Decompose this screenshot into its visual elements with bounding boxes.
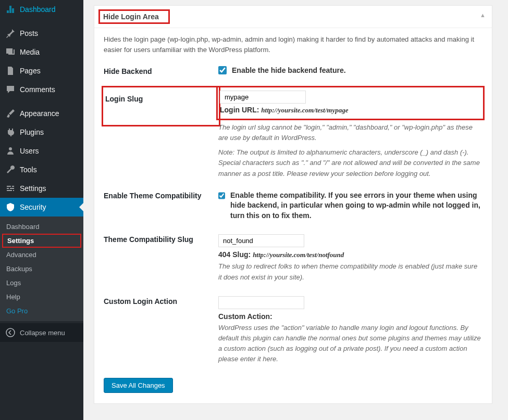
submenu-help[interactable]: Help: [0, 290, 83, 304]
hide-backend-label: Hide Backend: [104, 66, 218, 75]
compat-slug-label: Theme Compatibility Slug: [104, 234, 218, 282]
404-slug-label: 404 Slug:: [218, 250, 251, 259]
submenu-logs[interactable]: Logs: [0, 276, 83, 290]
sidebar-item-settings[interactable]: Settings: [0, 179, 83, 198]
sidebar-label: Media: [20, 48, 40, 56]
submenu-dashboard[interactable]: Dashboard: [0, 220, 83, 234]
pin-icon: [5, 28, 16, 39]
svg-point-1: [6, 328, 15, 337]
security-submenu: Dashboard Settings Advanced Backups Logs…: [0, 217, 83, 321]
sidebar-label: Posts: [20, 29, 38, 37]
plug-icon: [5, 127, 16, 137]
brush-icon: [5, 108, 16, 119]
collapse-menu[interactable]: Collapse menu: [0, 323, 83, 342]
submenu-settings[interactable]: Settings: [2, 234, 81, 248]
svg-point-0: [9, 147, 12, 150]
panel-header[interactable]: Hide Login Area ▲: [94, 6, 492, 28]
sidebar-label: Pages: [20, 67, 41, 75]
theme-compat-checkbox[interactable]: [218, 192, 225, 200]
sidebar-item-appearance[interactable]: Appearance: [0, 104, 83, 123]
sidebar-item-tools[interactable]: Tools: [0, 160, 83, 179]
comment-icon: [5, 84, 16, 95]
sidebar-item-users[interactable]: Users: [0, 142, 83, 160]
login-slug-label: Login Slug: [105, 95, 143, 103]
custom-action-input[interactable]: [218, 296, 304, 309]
sidebar-item-dashboard[interactable]: Dashboard: [0, 0, 83, 19]
hide-login-panel: Hide Login Area ▲ Hides the login page (…: [94, 5, 492, 404]
sidebar-label: Tools: [20, 166, 37, 174]
sidebar-label: Dashboard: [20, 5, 56, 14]
custom-action-label: Custom Login Action: [104, 296, 218, 365]
compat-slug-help: The slug to redirect folks to when theme…: [218, 261, 482, 282]
shield-icon: [5, 202, 16, 212]
sidebar-label: Security: [20, 203, 46, 211]
sidebar-item-plugins[interactable]: Plugins: [0, 123, 83, 142]
user-icon: [5, 146, 16, 156]
collapse-icon: [5, 327, 16, 338]
sidebar-label: Plugins: [20, 128, 44, 136]
sidebar-label: Comments: [20, 85, 55, 94]
collapse-label: Collapse menu: [20, 329, 65, 337]
wrench-icon: [5, 164, 16, 175]
admin-sidebar: Dashboard Posts Media Pages Comments App…: [0, 0, 83, 420]
media-icon: [5, 47, 16, 57]
pages-icon: [5, 66, 16, 76]
submenu-advanced[interactable]: Advanced: [0, 248, 83, 262]
theme-compat-check-label[interactable]: Enable theme compatibility. If you see e…: [218, 190, 482, 221]
save-button[interactable]: Save All Changes: [104, 378, 173, 393]
theme-compat-label: Enable Theme Compatibility: [104, 190, 218, 221]
sidebar-item-comments[interactable]: Comments: [0, 80, 83, 99]
sidebar-item-pages[interactable]: Pages: [0, 61, 83, 80]
sliders-icon: [5, 183, 16, 194]
login-slug-help1: The login url slug cannot be "login," "a…: [218, 122, 482, 143]
submenu-backups[interactable]: Backups: [0, 262, 83, 276]
compat-slug-input[interactable]: [218, 234, 304, 247]
sidebar-label: Users: [20, 147, 39, 155]
custom-action-help: WordPress uses the "action" variable to …: [218, 323, 482, 365]
chevron-up-icon: ▲: [480, 12, 486, 18]
login-slug-help2: Note: The output is limited to alphanume…: [218, 147, 482, 179]
sidebar-label: Appearance: [20, 109, 59, 118]
login-url-label: Login URL:: [220, 106, 259, 114]
custom-action-sublabel: Custom Action:: [218, 312, 482, 321]
sidebar-item-posts[interactable]: Posts: [0, 24, 83, 43]
dashboard-icon: [5, 4, 16, 15]
sidebar-item-media[interactable]: Media: [0, 43, 83, 61]
hide-backend-check-label[interactable]: Enable the hide backend feature.: [218, 66, 482, 74]
hide-backend-checkbox[interactable]: [218, 66, 227, 74]
panel-title: Hide Login Area: [98, 9, 170, 24]
sidebar-label: Settings: [20, 184, 46, 193]
panel-description: Hides the login page (wp-login.php, wp-a…: [104, 34, 482, 55]
login-slug-input[interactable]: [220, 91, 306, 104]
404-slug-value: http://yoursite.com/test/notfound: [253, 251, 344, 259]
login-url-value: http://yoursite.com/test/mypage: [261, 106, 348, 114]
submenu-gopro[interactable]: Go Pro: [0, 304, 83, 318]
main-content: Hide Login Area ▲ Hides the login page (…: [83, 0, 508, 420]
sidebar-item-security[interactable]: Security: [0, 198, 83, 217]
